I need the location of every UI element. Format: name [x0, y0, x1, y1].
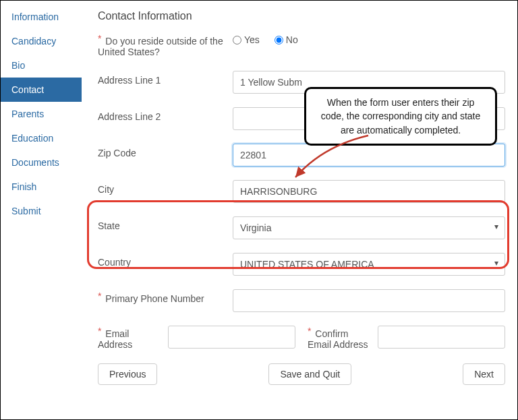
sidebar-item-parents[interactable]: Parents [1, 102, 82, 126]
country-select[interactable]: UNITED STATES OF AMERICA [233, 253, 505, 276]
phone-label: * Primary Phone Number [98, 289, 233, 304]
reside-no-option[interactable]: No [275, 34, 298, 45]
row-state: State Virginia [98, 216, 505, 239]
reside-yes-label: Yes [244, 34, 260, 45]
country-label: Country [98, 253, 233, 268]
required-indicator: * [98, 33, 101, 44]
confirm-email-label-text: Confirm Email Address [308, 328, 368, 350]
required-indicator: * [308, 326, 311, 336]
reside-yes-radio[interactable] [233, 36, 241, 44]
addr1-label: Address Line 1 [98, 71, 233, 86]
addr2-label: Address Line 2 [98, 107, 233, 122]
sidebar-item-bio[interactable]: Bio [1, 53, 82, 78]
confirm-email-input[interactable] [378, 326, 505, 349]
sidebar: Information Candidacy Bio Contact Parent… [1, 1, 82, 419]
email-label: * Email Address [98, 326, 163, 350]
reside-label: * Do you reside outside of the United St… [98, 32, 233, 57]
callout-box: When the form user enters their zip code… [304, 87, 497, 146]
sidebar-item-information[interactable]: Information [1, 5, 82, 29]
row-country: Country UNITED STATES OF AMERICA [98, 253, 505, 276]
row-reside: * Do you reside outside of the United St… [98, 32, 505, 57]
confirm-email-col: * Confirm Email Address [308, 326, 505, 350]
reside-radio-group: Yes No [233, 32, 505, 45]
main-content: Contact Information * Do you reside outs… [82, 1, 517, 419]
row-city: City [98, 180, 505, 203]
reside-no-label: No [286, 34, 298, 45]
sidebar-item-documents[interactable]: Documents [1, 150, 82, 175]
phone-input[interactable] [233, 289, 505, 312]
required-indicator: * [98, 326, 101, 336]
confirm-email-label: * Confirm Email Address [308, 326, 372, 350]
phone-label-text: Primary Phone Number [105, 293, 204, 304]
section-title: Contact Information [98, 10, 505, 22]
row-emails: * Email Address * Confirm Email Address [98, 326, 505, 350]
row-phone: * Primary Phone Number [98, 289, 505, 312]
reside-yes-option[interactable]: Yes [233, 34, 260, 45]
sidebar-item-submit[interactable]: Submit [1, 199, 82, 223]
zip-input[interactable] [233, 144, 505, 167]
next-button[interactable]: Next [463, 363, 505, 385]
required-indicator: * [98, 291, 101, 301]
reside-label-text: Do you reside outside of the United Stat… [98, 36, 223, 57]
city-input[interactable] [233, 180, 505, 203]
city-label: City [98, 180, 233, 195]
zip-label: Zip Code [98, 144, 233, 158]
button-row: Previous Save and Quit Next [98, 363, 505, 385]
sidebar-item-finish[interactable]: Finish [1, 175, 82, 199]
previous-button[interactable]: Previous [98, 363, 157, 385]
email-col: * Email Address [98, 326, 295, 350]
state-select[interactable]: Virginia [233, 216, 505, 239]
save-and-quit-button[interactable]: Save and Quit [268, 363, 351, 385]
email-label-text: Email Address [98, 328, 132, 350]
reside-no-radio[interactable] [275, 36, 283, 44]
sidebar-item-education[interactable]: Education [1, 126, 82, 150]
app-frame: Information Candidacy Bio Contact Parent… [0, 0, 518, 420]
sidebar-item-candidacy[interactable]: Candidacy [1, 29, 82, 53]
state-label: State [98, 216, 233, 231]
sidebar-item-contact[interactable]: Contact [1, 78, 82, 102]
row-zip: Zip Code [98, 144, 505, 167]
email-input[interactable] [168, 326, 295, 349]
